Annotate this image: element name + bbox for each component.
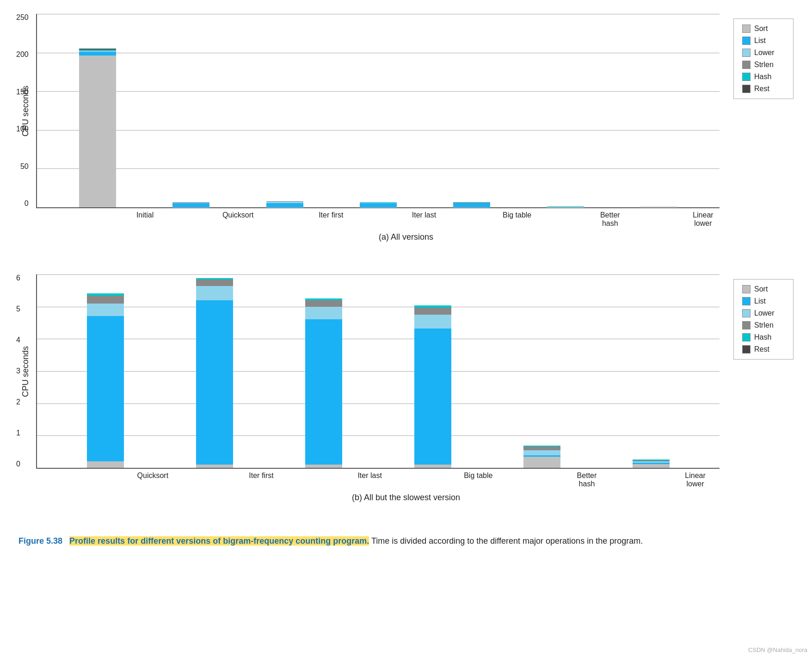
figure-caption: Figure 5.38 Profile results for differen… — [18, 535, 666, 547]
legend-item: Rest — [742, 85, 785, 93]
legend-label: Strlen — [754, 61, 774, 69]
bar-group — [453, 202, 490, 207]
bar-segment — [266, 203, 303, 207]
chart-a-with-legend: 250 200 150 100 50 0 — [36, 14, 794, 208]
bar-segment — [87, 296, 124, 304]
bar-group — [523, 446, 560, 468]
legend-label: Lower — [754, 49, 775, 57]
legend-item: Strlen — [742, 61, 785, 69]
x-axis-label: Quicksort — [220, 211, 257, 228]
chart-b-caption: (b) All but the slowest version — [352, 493, 460, 503]
legend-color-box — [742, 345, 750, 354]
bar-segment — [196, 279, 233, 286]
legend-item: List — [742, 37, 785, 45]
legend-label: Hash — [754, 333, 771, 341]
bar-segment — [87, 461, 124, 468]
chart-b-y-tick-5: 5 — [16, 305, 20, 313]
x-axis-label: Iter last — [351, 472, 388, 488]
bar-segment — [87, 304, 124, 316]
chart-b-y-tick-6: 6 — [16, 274, 20, 282]
bar-group — [196, 278, 233, 468]
bar-group — [633, 459, 670, 468]
legend-color-box — [742, 25, 750, 33]
bar-group — [79, 49, 116, 207]
stacked-bar — [547, 206, 584, 207]
chart-a-y-tick-150: 150 — [16, 88, 29, 96]
chart-b-bars — [37, 273, 720, 468]
bar-segment — [523, 457, 560, 468]
stacked-bar — [633, 459, 670, 468]
x-axis-label: Iter last — [406, 211, 443, 228]
bar-segment — [523, 447, 560, 450]
chart-a-area: CPU seconds 250 200 150 100 50 0 — [18, 14, 794, 208]
legend-label: Rest — [754, 345, 769, 354]
chart-a-section: CPU seconds 250 200 150 100 50 0 — [18, 14, 794, 242]
chart-b-y-tick-2: 2 — [16, 398, 20, 406]
stacked-bar — [453, 202, 490, 207]
x-axis-label: Linear lower — [684, 211, 721, 228]
legend-label: List — [754, 297, 766, 305]
bar-segment — [79, 56, 116, 207]
legend-color-box — [742, 73, 750, 81]
stacked-bar — [79, 49, 116, 207]
bar-segment — [414, 315, 451, 329]
chart-b-x-labels: QuicksortIter firstIter lastBig tableBet… — [85, 472, 763, 488]
x-axis-label: Iter first — [313, 211, 350, 228]
bar-group — [87, 293, 124, 468]
legend-item: Sort — [742, 285, 785, 293]
x-axis-label: Better hash — [591, 211, 628, 228]
chart-b-plot: 6 5 4 3 2 1 0 — [36, 274, 720, 469]
stacked-bar — [196, 278, 233, 468]
bar-segment — [633, 464, 670, 468]
bar-segment — [196, 465, 233, 468]
chart-b-y-label: CPU seconds — [18, 274, 32, 469]
bar-segment — [305, 319, 342, 465]
legend-color-box — [742, 333, 750, 341]
stacked-bar — [172, 202, 209, 207]
legend-label: Lower — [754, 309, 775, 317]
legend-item: Sort — [742, 25, 785, 33]
stacked-bar — [640, 207, 677, 207]
chart-b-section: CPU seconds 6 5 4 3 2 1 0 — [18, 274, 794, 503]
legend-item: Hash — [742, 73, 785, 81]
legend-item: Rest — [742, 345, 785, 354]
legend-item: List — [742, 297, 785, 305]
legend-color-box — [742, 309, 750, 317]
legend-color-box — [742, 49, 750, 57]
legend-item: Lower — [742, 309, 785, 317]
chart-a-y-tick-100: 100 — [16, 125, 29, 133]
chart-b-area: CPU seconds 6 5 4 3 2 1 0 — [18, 274, 794, 469]
bar-segment — [453, 203, 490, 207]
legend-color-box — [742, 285, 750, 293]
stacked-bar — [87, 293, 124, 468]
legend-color-box — [742, 321, 750, 329]
chart-b-with-legend: 6 5 4 3 2 1 0 — [36, 274, 794, 469]
watermark: CSDN @Nahida_nora — [748, 646, 807, 653]
bar-segment — [305, 307, 342, 319]
x-axis-label: Big table — [498, 211, 535, 228]
legend-color-box — [742, 85, 750, 93]
bar-group — [305, 298, 342, 468]
charts-container: CPU seconds 250 200 150 100 50 0 — [18, 14, 794, 547]
bar-group — [640, 207, 677, 207]
legend-label: Sort — [754, 25, 768, 33]
stacked-bar — [523, 446, 560, 468]
legend-label: Strlen — [754, 321, 774, 329]
legend-label: List — [754, 37, 766, 45]
chart-a-y-tick-250: 250 — [16, 14, 29, 21]
chart-a-caption: (a) All versions — [379, 232, 433, 242]
bar-segment — [414, 308, 451, 315]
legend-item: Strlen — [742, 321, 785, 329]
bar-segment — [196, 300, 233, 465]
bar-group — [266, 201, 303, 207]
legend-color-box — [742, 37, 750, 45]
x-axis-label: Quicksort — [134, 472, 171, 488]
bar-segment — [414, 329, 451, 465]
chart-b-y-tick-4: 4 — [16, 336, 20, 344]
chart-a-y-ticks: 250 200 150 100 50 0 — [16, 14, 29, 207]
chart-a-y-tick-50: 50 — [20, 163, 29, 170]
bar-group — [360, 202, 397, 207]
bar-segment — [305, 300, 342, 307]
bar-segment — [414, 465, 451, 468]
figure-text: Time is divided according to the differe… — [371, 536, 643, 546]
